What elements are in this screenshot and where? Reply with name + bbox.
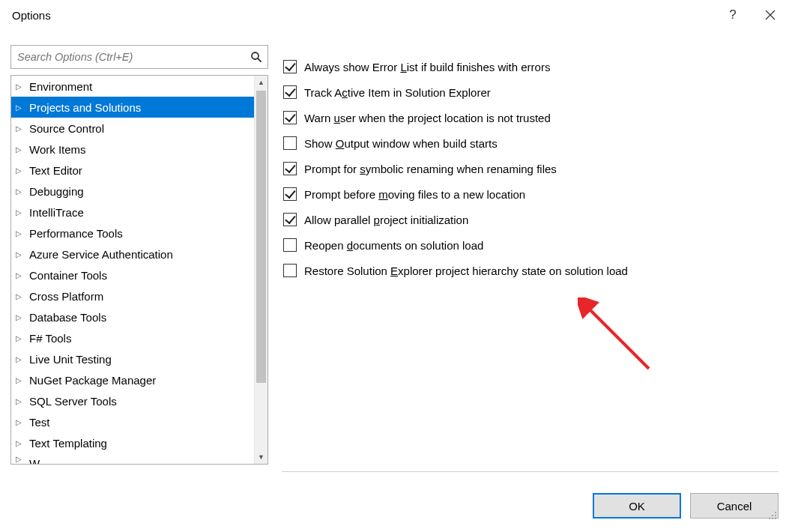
option-label[interactable]: Allow parallel project initialization bbox=[304, 214, 468, 226]
expand-icon[interactable]: ▷ bbox=[16, 455, 26, 463]
expand-icon[interactable]: ▷ bbox=[16, 313, 26, 321]
tree-item-text-editor[interactable]: ▷Text Editor bbox=[11, 160, 254, 181]
scroll-down-icon[interactable]: ▼ bbox=[255, 450, 267, 464]
expand-icon[interactable]: ▷ bbox=[16, 292, 26, 300]
option-row: Always show Error List if build finishes… bbox=[282, 54, 779, 79]
tree-item-label: Text Editor bbox=[29, 164, 82, 177]
tree-item-test[interactable]: ▷Test bbox=[11, 411, 254, 432]
tree-item-label: Test bbox=[29, 416, 50, 429]
checkbox[interactable] bbox=[283, 187, 297, 201]
tree-item-intellitrace[interactable]: ▷IntelliTrace bbox=[11, 202, 254, 223]
tree-item-performance-tools[interactable]: ▷Performance Tools bbox=[11, 223, 254, 244]
svg-point-7 bbox=[775, 518, 776, 519]
search-icon[interactable] bbox=[245, 51, 267, 63]
tree-item-nuget-package-manager[interactable]: ▷NuGet Package Manager bbox=[11, 369, 254, 390]
tree-item-sql-server-tools[interactable]: ▷SQL Server Tools bbox=[11, 390, 254, 411]
option-row: Warn user when the project location is n… bbox=[282, 105, 779, 130]
tree-scrollbar[interactable]: ▲ ▼ bbox=[254, 76, 267, 464]
option-label[interactable]: Always show Error List if build finishes… bbox=[304, 61, 550, 73]
option-label[interactable]: Track Active Item in Solution Explorer bbox=[304, 86, 491, 99]
tree-item-azure-service-authentication[interactable]: ▷Azure Service Authentication bbox=[11, 244, 254, 265]
tree-item-work-items[interactable]: ▷Work Items bbox=[11, 139, 254, 160]
expand-icon[interactable]: ▷ bbox=[16, 187, 26, 196]
expand-icon[interactable]: ▷ bbox=[16, 229, 26, 238]
option-label[interactable]: Prompt before moving files to a new loca… bbox=[304, 188, 525, 201]
checkbox[interactable] bbox=[283, 238, 297, 252]
checkbox[interactable] bbox=[283, 264, 297, 277]
expand-icon[interactable]: ▷ bbox=[16, 166, 26, 175]
tree-item-text-templating[interactable]: ▷Text Templating bbox=[11, 432, 254, 453]
checkbox[interactable] bbox=[283, 85, 297, 99]
expand-icon[interactable]: ▷ bbox=[16, 250, 26, 259]
tree-item-label: Live Unit Testing bbox=[29, 353, 112, 366]
expand-icon[interactable]: ▷ bbox=[16, 103, 26, 112]
expand-icon[interactable]: ▷ bbox=[16, 208, 26, 217]
tree-item-live-unit-testing[interactable]: ▷Live Unit Testing bbox=[11, 348, 254, 369]
cancel-button[interactable]: Cancel bbox=[690, 493, 779, 519]
tree-item-label: Source Control bbox=[29, 122, 104, 135]
svg-point-2 bbox=[775, 512, 776, 513]
tree-item-label: Azure Service Authentication bbox=[29, 248, 173, 261]
tree-item-label: Debugging bbox=[29, 185, 84, 198]
tree-item-label: Cross Platform bbox=[29, 290, 103, 303]
svg-line-1 bbox=[587, 306, 649, 369]
option-label[interactable]: Show Output window when build starts bbox=[304, 137, 498, 150]
svg-point-0 bbox=[252, 52, 259, 59]
tree-item-debugging[interactable]: ▷Debugging bbox=[11, 181, 254, 202]
tree-item-label: Work Items bbox=[29, 143, 86, 156]
tree-item-environment[interactable]: ▷Environment bbox=[11, 76, 254, 97]
resize-grip-icon[interactable] bbox=[767, 510, 777, 520]
tree-item-database-tools[interactable]: ▷Database Tools bbox=[11, 306, 254, 327]
tree-item-label: Environment bbox=[29, 80, 92, 93]
tree-item-label: Database Tools bbox=[29, 311, 106, 324]
expand-icon[interactable]: ▷ bbox=[16, 271, 26, 279]
svg-point-6 bbox=[772, 518, 773, 519]
tree-item-container-tools[interactable]: ▷Container Tools bbox=[11, 265, 254, 285]
tree-item-label: Performance Tools bbox=[29, 227, 123, 240]
tree-item-source-control[interactable]: ▷Source Control bbox=[11, 118, 254, 139]
tree-item-cross-platform[interactable]: ▷Cross Platform bbox=[11, 285, 254, 306]
option-label[interactable]: Prompt for symbolic renaming when renami… bbox=[304, 163, 557, 175]
expand-icon[interactable]: ▷ bbox=[16, 82, 26, 91]
option-row: Show Output window when build starts bbox=[282, 130, 779, 156]
expand-icon[interactable]: ▷ bbox=[16, 418, 26, 426]
expand-icon[interactable]: ▷ bbox=[16, 124, 26, 133]
option-label[interactable]: Restore Solution Explorer project hierar… bbox=[304, 265, 628, 277]
tree-item-label: Container Tools bbox=[29, 269, 107, 282]
scroll-up-icon[interactable]: ▲ bbox=[255, 76, 267, 89]
expand-icon[interactable]: ▷ bbox=[16, 334, 26, 342]
tree-item-partial[interactable]: ▷W bbox=[11, 453, 254, 464]
category-tree: ▷Environment▷Projects and Solutions▷Sour… bbox=[10, 75, 268, 465]
svg-point-3 bbox=[772, 515, 773, 516]
annotation-arrow bbox=[578, 297, 660, 380]
option-label[interactable]: Warn user when the project location is n… bbox=[304, 112, 551, 124]
expand-icon[interactable]: ▷ bbox=[16, 376, 26, 384]
tree-item-label: F# Tools bbox=[29, 332, 71, 345]
close-button[interactable] bbox=[752, 0, 789, 30]
checkbox[interactable] bbox=[283, 111, 297, 124]
scroll-thumb[interactable] bbox=[256, 91, 266, 383]
svg-point-5 bbox=[769, 518, 770, 519]
search-box[interactable] bbox=[10, 45, 268, 69]
tree-item-label: Projects and Solutions bbox=[29, 101, 141, 114]
ok-button[interactable]: OK bbox=[593, 493, 681, 519]
expand-icon[interactable]: ▷ bbox=[16, 397, 26, 405]
checkbox[interactable] bbox=[283, 162, 297, 175]
svg-point-4 bbox=[775, 515, 776, 516]
option-row: Allow parallel project initialization bbox=[282, 207, 779, 232]
checkbox[interactable] bbox=[283, 213, 297, 226]
help-button[interactable]: ? bbox=[714, 0, 752, 30]
option-label[interactable]: Reopen documents on solution load bbox=[304, 239, 483, 252]
tree-item-f-tools[interactable]: ▷F# Tools bbox=[11, 327, 254, 348]
expand-icon[interactable]: ▷ bbox=[16, 355, 26, 363]
expand-icon[interactable]: ▷ bbox=[16, 439, 26, 447]
checkbox[interactable] bbox=[283, 60, 297, 73]
tree-item-projects-and-solutions[interactable]: ▷Projects and Solutions bbox=[11, 97, 254, 118]
search-input[interactable] bbox=[11, 46, 245, 68]
checkbox[interactable] bbox=[283, 136, 297, 150]
tree-item-label: W bbox=[29, 457, 40, 465]
close-icon bbox=[765, 10, 776, 20]
expand-icon[interactable]: ▷ bbox=[16, 145, 26, 154]
options-pane: Always show Error List if build finishes… bbox=[282, 54, 779, 472]
tree-item-label: SQL Server Tools bbox=[29, 395, 117, 408]
